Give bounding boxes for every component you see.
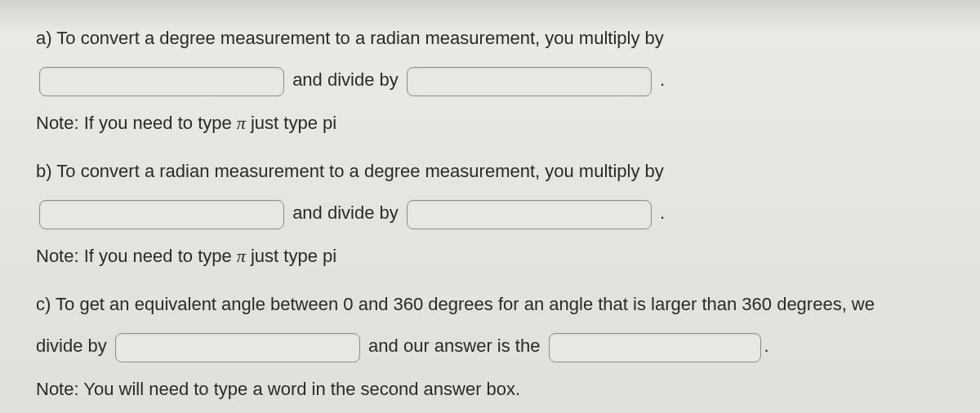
question-c-line2: divide by and our answer is the . <box>36 331 944 362</box>
note-c: Note: You will need to type a word in th… <box>36 374 944 404</box>
answer-b-divide-input[interactable] <box>407 200 652 229</box>
question-b-line2: and divide by . <box>36 198 944 229</box>
question-a: a) To convert a degree measurement to a … <box>36 23 944 138</box>
note-b: Note: If you need to type π just type pi <box>36 241 944 271</box>
question-a-text1: To convert a degree measurement to a rad… <box>56 28 664 48</box>
answer-a-divide-input[interactable] <box>407 67 652 96</box>
note-b-pre: Note: If you need to type <box>36 246 237 266</box>
pi-symbol: π <box>237 113 246 133</box>
question-a-line1: a) To convert a degree measurement to a … <box>36 23 944 53</box>
question-c-line2-pre: divide by <box>36 335 107 356</box>
note-a-post: just type pi <box>246 113 336 133</box>
question-c-period: . <box>764 335 769 356</box>
question-b-mid: and divide by <box>292 202 399 223</box>
answer-c-word-input[interactable] <box>549 333 761 362</box>
question-a-period: . <box>660 69 665 90</box>
answer-c-divide-input[interactable] <box>115 333 360 362</box>
question-b-line1: b) To convert a radian measurement to a … <box>36 156 944 186</box>
answer-a-multiply-input[interactable] <box>39 67 284 96</box>
question-c-mid: and our answer is the <box>368 335 540 356</box>
pi-symbol: π <box>237 246 246 266</box>
question-a-mid: and divide by <box>292 69 399 90</box>
question-a-letter: a) <box>36 28 52 48</box>
answer-b-multiply-input[interactable] <box>39 200 284 229</box>
note-a: Note: If you need to type π just type pi <box>36 108 944 138</box>
note-a-pre: Note: If you need to type <box>36 113 237 133</box>
question-c-line1: c) To get an equivalent angle between 0 … <box>36 289 944 319</box>
question-c: c) To get an equivalent angle between 0 … <box>36 289 944 404</box>
question-b-text1: To convert a radian measurement to a deg… <box>56 161 664 181</box>
question-b-letter: b) <box>36 161 52 181</box>
question-a-line2: and divide by . <box>36 64 944 95</box>
question-b-period: . <box>660 202 665 223</box>
question-c-text1: To get an equivalent angle between 0 and… <box>56 294 875 314</box>
note-c-text: Note: You will need to type a word in th… <box>36 379 520 399</box>
question-c-letter: c) <box>36 294 51 314</box>
question-b: b) To convert a radian measurement to a … <box>36 156 944 271</box>
note-b-post: just type pi <box>246 246 336 266</box>
